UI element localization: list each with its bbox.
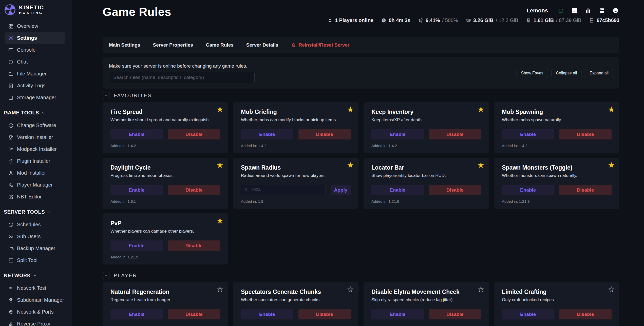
sidebar-item-sub-users[interactable]: Sub Users — [0, 231, 72, 242]
enable-button[interactable]: Enable — [371, 185, 424, 195]
rule-description: Show player/entity locator bar on HUD. — [371, 173, 481, 178]
sidebar-item-settings[interactable]: Settings — [5, 32, 65, 44]
search-input[interactable] — [109, 72, 255, 83]
rule-description: Whether spectators can generate chunks. — [241, 297, 351, 302]
favourite-star-filled-icon[interactable]: ★ — [607, 159, 616, 171]
sidebar-item-reverse-proxy[interactable]: Reverse Proxy — [0, 318, 72, 326]
sidebar-item-network-ports[interactable]: Network & Ports — [0, 306, 72, 318]
favourite-star-filled-icon[interactable]: ★ — [215, 215, 224, 227]
disc-icon — [8, 123, 14, 128]
tab-reinstall-reset-server[interactable]: Reinstall/Reset Server — [291, 42, 350, 48]
disable-button[interactable]: Disable — [168, 240, 220, 251]
tab-main-settings[interactable]: Main Settings — [109, 42, 140, 48]
sidebar-item-player-manager[interactable]: Player Manager — [0, 179, 72, 191]
enable-button[interactable]: Enable — [241, 129, 293, 139]
favourite-star-outline-icon[interactable]: ☆ — [476, 283, 485, 296]
enable-button[interactable]: Enable — [110, 240, 163, 251]
collapse-section-button[interactable] — [103, 272, 109, 279]
tab-server-details[interactable]: Server Details — [246, 42, 278, 48]
stat-cpu: 6.41% / 500% — [418, 17, 458, 23]
favourite-star-filled-icon[interactable]: ★ — [476, 159, 485, 171]
stat-total: / 87.39 GiB — [556, 17, 581, 23]
sidebar-item-change-software[interactable]: Change Software — [0, 119, 72, 131]
favourite-star-outline-icon[interactable]: ☆ — [215, 283, 224, 296]
favourite-star-filled-icon[interactable]: ★ — [476, 104, 485, 116]
sidebar-item-nbt-editor[interactable]: NBT Editor — [0, 191, 72, 203]
tab-game-rules[interactable]: Game Rules — [206, 42, 234, 48]
server-action-icons — [558, 7, 619, 14]
sidebar-item-console[interactable]: Console — [0, 44, 72, 56]
antenna-icon — [8, 321, 14, 326]
tab-server-properties[interactable]: Server Properties — [153, 42, 193, 48]
rule-card-pvp: ★PvPWhether players can damage other pla… — [103, 213, 228, 264]
favourite-star-filled-icon[interactable]: ★ — [215, 104, 224, 116]
sidebar-group-label: NETWORK — [4, 273, 31, 278]
disable-button[interactable]: Disable — [168, 185, 220, 195]
terminal-icon — [8, 47, 14, 53]
sidebar-item-schedules[interactable]: Schedules — [0, 219, 72, 231]
disable-button[interactable]: Disable — [559, 309, 612, 319]
power-button[interactable] — [558, 7, 565, 14]
disable-button[interactable]: Disable — [429, 309, 481, 319]
sidebar-item-file-manager[interactable]: File Manager — [0, 68, 72, 80]
rule-card-locator-bar: ★Locator BarShow player/entity locator b… — [364, 158, 489, 209]
brand-line2: HOSTING — [19, 11, 44, 15]
added-in-version: Added in: 1.21.9 — [502, 199, 612, 203]
sidebar-item-split-tool[interactable]: Split Tool — [0, 254, 72, 266]
enable-button[interactable]: Enable — [502, 309, 554, 319]
favourite-star-filled-icon[interactable]: ★ — [346, 159, 355, 171]
sidebar-group-game-tools[interactable]: GAME TOOLS — [0, 104, 72, 119]
rule-value-input[interactable] — [241, 185, 326, 195]
collapse-all-button[interactable]: Collapse all — [552, 69, 582, 77]
collapse-section-button[interactable] — [103, 92, 109, 99]
disable-button[interactable]: Disable — [298, 309, 351, 319]
sidebar-item-storage-manager[interactable]: Storage Manager — [0, 92, 72, 104]
disable-button[interactable]: Disable — [168, 129, 220, 139]
enable-button[interactable]: Enable — [241, 309, 293, 319]
favourite-star-filled-icon[interactable]: ★ — [607, 104, 616, 116]
sidebar-group-server-tools[interactable]: SERVER TOOLS — [0, 203, 72, 219]
sidebar-item-label: Plugin Installer — [17, 158, 50, 164]
enable-button[interactable]: Enable — [371, 309, 424, 319]
smiley-button[interactable] — [612, 7, 619, 14]
enable-button[interactable]: Enable — [371, 129, 424, 139]
rule-title: Spectators Generate Chunks — [241, 289, 351, 295]
enable-button[interactable]: Enable — [502, 185, 554, 195]
enable-button[interactable]: Enable — [110, 309, 163, 319]
sidebar-item-network-test[interactable]: Network Test — [0, 282, 72, 294]
rack-button[interactable] — [599, 7, 606, 14]
favourite-star-filled-icon[interactable]: ★ — [346, 104, 355, 116]
favourite-star-filled-icon[interactable]: ★ — [215, 159, 224, 171]
sidebar-item-chat[interactable]: Chat — [0, 56, 72, 68]
disable-button[interactable]: Disable — [559, 129, 612, 139]
show-faves-button[interactable]: Show Faves — [517, 69, 548, 77]
expand-all-button[interactable]: Expand all — [585, 69, 613, 77]
rule-title: Natural Regeneration — [110, 289, 220, 295]
sidebar-group-network[interactable]: NETWORK — [0, 266, 72, 282]
disable-button[interactable]: Disable — [429, 185, 481, 195]
disable-button[interactable]: Disable — [559, 185, 612, 195]
rule-actions: EnableDisable — [110, 129, 220, 139]
favourite-star-outline-icon[interactable]: ☆ — [346, 283, 355, 296]
sidebar-item-mod-installer[interactable]: Mod Installer — [0, 167, 72, 179]
sidebar-item-version-installer[interactable]: Version Installer — [0, 131, 72, 143]
rule-card-limited-crafting: ☆Limited CraftingOnly craft unlocked rec… — [494, 282, 619, 326]
disable-button[interactable]: Disable — [168, 309, 220, 319]
disable-button[interactable]: Disable — [429, 129, 481, 139]
stat-value: 0h 4m 3s — [389, 17, 410, 23]
enable-button[interactable]: Enable — [110, 185, 163, 195]
apply-button[interactable]: Apply — [331, 185, 351, 195]
enable-button[interactable]: Enable — [502, 129, 554, 139]
screenshot-button[interactable] — [571, 7, 578, 14]
sidebar-item-modpack-installer[interactable]: Modpack Installer — [0, 143, 72, 155]
sidebar-item-subdomain-manager[interactable]: Subdomain Manager — [0, 294, 72, 306]
enable-button[interactable]: Enable — [110, 129, 163, 139]
sidebar-item-overview[interactable]: Overview — [0, 20, 72, 32]
favourite-star-outline-icon[interactable]: ☆ — [607, 283, 616, 296]
sidebar-item-label: Overview — [17, 23, 38, 29]
sidebar-item-activity-logs[interactable]: Activity Logs — [0, 80, 72, 92]
bar-chart-button[interactable] — [585, 7, 592, 14]
sidebar-item-plugin-installer[interactable]: Plugin Installer — [0, 155, 72, 167]
disable-button[interactable]: Disable — [298, 129, 351, 139]
sidebar-item-backup-manager[interactable]: Backup Manager — [0, 242, 72, 254]
